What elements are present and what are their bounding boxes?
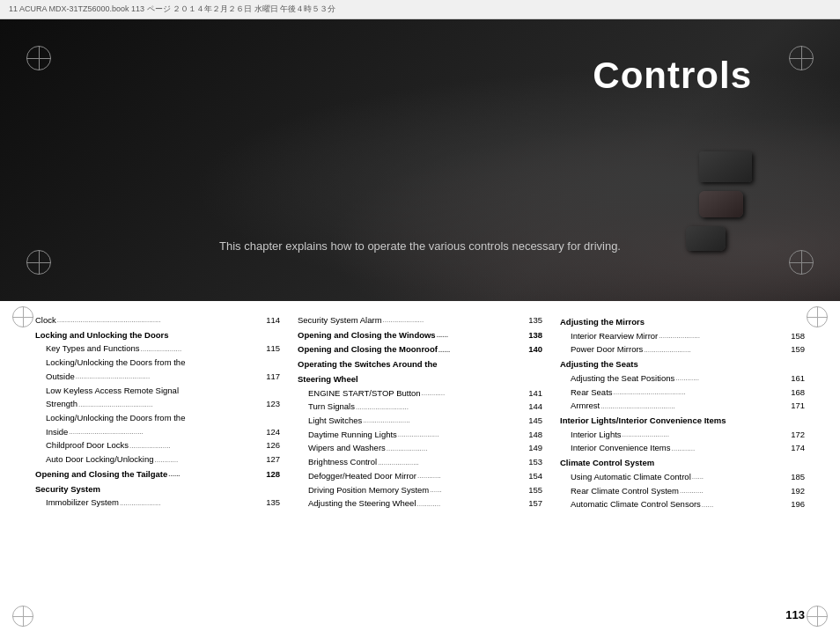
toc-dots: ........................ (362, 415, 525, 427)
toc-page: 128 (262, 468, 280, 481)
toc-page: 172 (787, 429, 805, 442)
toc-entry-locking-inside-1: Locking/Unlocking the Doors from the (35, 412, 280, 425)
toc-dots: ..................................... (613, 387, 787, 399)
toc-page: 114 (262, 314, 280, 327)
toc-page: 171 (787, 400, 805, 413)
toc-label: Inside (46, 426, 68, 439)
marker-v-line (801, 46, 802, 70)
toc-dots: ............ (679, 486, 787, 497)
toc-column-2: Security System Alarm ..................… (298, 314, 542, 512)
toc-entry-keyless-1: Low Keyless Access Remote Signal (35, 385, 280, 398)
toc-entry-power-mirrors: Power Door Mirrors .....................… (560, 343, 805, 356)
toc-page: 126 (262, 439, 280, 452)
toc-label: Security System Alarm (298, 314, 382, 327)
toc-entry-convenience: Interior Convenience Items ............ … (560, 442, 805, 455)
toc-label: Light Switches (308, 415, 362, 428)
toc-page: 154 (525, 470, 542, 483)
toc-dots: ..................... (129, 441, 262, 452)
toc-label: Interior Lights (571, 429, 622, 442)
toc-label: Rear Climate Control System (571, 485, 679, 498)
toc-label: ENGINE START/STOP Button (308, 387, 421, 401)
toc-entry-locking-outside-2: Outside ................................… (35, 371, 280, 384)
content-marker-bl (12, 606, 33, 627)
toc-entry-turn-signals: Turn Signals ...........................… (298, 401, 542, 414)
toc-entry-tailgate: Opening and Closing the Tailgate ...... … (35, 468, 280, 481)
toc-page: 155 (525, 484, 542, 497)
toc-dots: ........................ (622, 430, 787, 441)
toc-label: Adjusting the Seats (560, 358, 638, 371)
toc-label: Interior Rearview Mirror (571, 330, 658, 343)
toc-entry-interior-lights: Interior Lights ........................… (560, 429, 805, 442)
toc-entry-wipers: Wipers and Washers .....................… (298, 442, 542, 455)
toc-label: Rear Seats (571, 386, 613, 400)
toc-label: Locking/Unlocking the Doors from the (46, 356, 185, 370)
toc-page: 168 (787, 386, 805, 400)
toc-label: Interior Convenience Items (571, 442, 671, 455)
toc-page: 135 (525, 314, 542, 327)
toc-entry-locking: Locking and Unlocking the Doors (35, 329, 280, 342)
toc-label: Childproof Door Locks (46, 439, 129, 452)
toc-entry-locking-outside-1: Locking/Unlocking the Doors from the (35, 356, 280, 370)
toc-label: Armrest (571, 400, 600, 413)
toc-dots: ...................................... (68, 427, 262, 438)
toc-page: 196 (787, 498, 805, 511)
toc-entry-clock: Clock ..................................… (35, 314, 280, 327)
content-section: Clock ..................................… (0, 301, 840, 632)
toc-entry-climate: Climate Control System (560, 457, 805, 470)
toc-dots: ............ (416, 499, 525, 511)
chapter-title: Controls (593, 55, 752, 97)
hero-subtitle-text: This chapter explains how to operate the… (219, 239, 621, 253)
content-marker-tr (807, 306, 828, 327)
toc-entry-rear-climate: Rear Climate Control System ............… (560, 485, 805, 498)
toc-page: 149 (525, 442, 542, 455)
toc-entry-rearview: Interior Rearview Mirror ...............… (560, 330, 805, 343)
toc-page: 174 (787, 442, 805, 455)
toc-entry-auto-climate: Using Automatic Climate Control ...... 1… (560, 471, 805, 484)
toc-label: Wipers and Washers (308, 442, 386, 455)
toc-label: Opening and Closing the Tailgate (35, 468, 167, 481)
button-shape-2 (699, 191, 743, 217)
toc-label: Operating the Switches Around the (298, 358, 438, 371)
hero-section: Controls This chapter explains how to op… (0, 19, 840, 301)
toc-dots: ............ (421, 388, 525, 400)
page-container: 11 ACURA MDX-31TZ56000.book 113 ページ ２０１４… (0, 0, 840, 632)
toc-label: Locking and Unlocking the Doors (35, 329, 168, 342)
toc-label: Interior Lights/Interior Convenience Ite… (560, 415, 726, 428)
toc-page: 157 (525, 497, 542, 511)
toc-entry-armrest: Armrest ................................… (560, 400, 805, 413)
toc-column-3: Adjusting the Mirrors Interior Rearview … (560, 314, 805, 512)
toc-dots: ..................... (377, 458, 525, 469)
toc-dots: ...... (701, 500, 787, 511)
toc-page: 123 (262, 398, 280, 411)
button-shape-3 (686, 226, 726, 251)
toc-entry-keyless-2: Strength ...............................… (35, 398, 280, 411)
hero-title-area: Controls (593, 55, 752, 97)
toc-label: Using Automatic Climate Control (571, 471, 691, 484)
marker-v-line (39, 250, 40, 275)
toc-entry-defogger: Defogger/Heated Door Mirror ............… (298, 470, 542, 483)
toc-dots: ...... (438, 345, 525, 356)
toc-label: Turn Signals (308, 401, 355, 414)
toc-entry-key-types: Key Types and Functions ................… (35, 342, 280, 356)
toc-label: Climate Control System (560, 457, 654, 470)
page-number: 113 (785, 608, 805, 621)
toc-dots: ...... (691, 472, 787, 483)
toc-dots: ...... (167, 469, 262, 481)
toc-page: 145 (525, 415, 542, 428)
toc-page: 144 (525, 401, 542, 414)
marker-v-line (39, 46, 40, 70)
toc-column-1: Clock ..................................… (35, 314, 280, 512)
toc-label: Locking/Unlocking the Doors from the (46, 412, 185, 425)
toc-label: Adjusting the Mirrors (560, 316, 645, 329)
toc-page: 141 (525, 387, 542, 401)
toc-label: Strength (46, 398, 77, 411)
toc-label: Brightness Control (308, 456, 377, 469)
toc-entry-daytime: Daytime Running Lights .................… (298, 429, 542, 442)
toc-label: Power Door Mirrors (571, 343, 643, 356)
toc-page: 161 (787, 372, 805, 386)
toc-label: Automatic Climate Control Sensors (571, 498, 701, 511)
toc-page: 148 (525, 429, 542, 442)
toc-label: Clock (35, 314, 56, 327)
toc-page: 140 (525, 343, 542, 356)
toc-page: 153 (525, 456, 542, 469)
